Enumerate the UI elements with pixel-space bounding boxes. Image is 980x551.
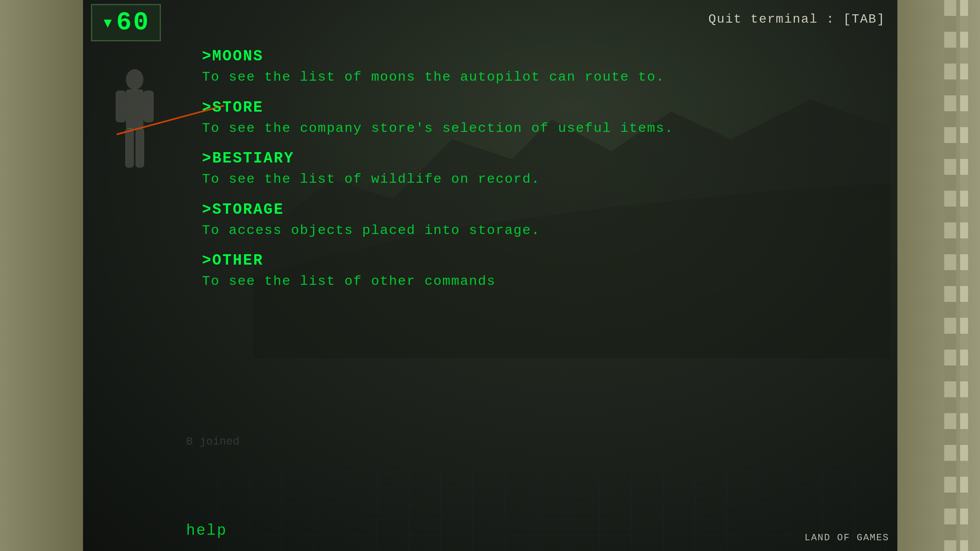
command-bestiary[interactable]: >BESTIARY: [202, 150, 874, 167]
menu-section-store[interactable]: >STORE To see the company store's select…: [202, 99, 874, 138]
monitor-screen: ▾ 60 Quit terminal : [TAB] >MOONS To see…: [83, 0, 897, 551]
input-prompt[interactable]: help: [186, 522, 227, 539]
description-storage: To access objects placed into storage.: [202, 221, 874, 240]
svg-point-3: [126, 69, 143, 90]
command-storage[interactable]: >STORAGE: [202, 201, 874, 218]
right-stripe-1: [944, 0, 956, 551]
right-stripe-2: [960, 0, 968, 551]
description-store: To see the company store's selection of …: [202, 119, 874, 138]
svg-rect-6: [143, 91, 154, 122]
description-other: To see the list of other commands: [202, 272, 874, 291]
command-moons[interactable]: >MOONS: [202, 48, 874, 65]
input-line[interactable]: help: [186, 518, 889, 543]
outer-frame: ▾ 60 Quit terminal : [TAB] >MOONS To see…: [0, 0, 980, 551]
menu-section-moons[interactable]: >MOONS To see the list of moons the auto…: [202, 48, 874, 87]
character-silhouette: [107, 68, 162, 195]
description-bestiary: To see the list of wildlife on record.: [202, 170, 874, 189]
watermark: LAND OF GAMES: [804, 532, 889, 543]
credits-icon: ▾: [102, 10, 114, 35]
menu-section-storage[interactable]: >STORAGE To access objects placed into s…: [202, 201, 874, 240]
right-wall-panel: [897, 0, 980, 551]
input-area[interactable]: help: [186, 518, 889, 543]
character-area: [83, 32, 186, 230]
quit-instruction: Quit terminal : [TAB]: [708, 12, 885, 27]
command-other[interactable]: >OTHER: [202, 252, 874, 269]
svg-rect-4: [126, 89, 143, 129]
left-wall-panel: [0, 0, 83, 551]
command-store[interactable]: >STORE: [202, 99, 874, 116]
description-moons: To see the list of moons the autopilot c…: [202, 68, 874, 87]
menu-section-bestiary[interactable]: >BESTIARY To see the list of wildlife on…: [202, 150, 874, 189]
terminal-content: >MOONS To see the list of moons the auto…: [186, 40, 889, 543]
credits-value: 60: [116, 8, 150, 37]
credits-display: ▾ 60: [91, 4, 161, 41]
svg-rect-7: [125, 128, 134, 168]
svg-rect-5: [116, 91, 126, 122]
svg-rect-8: [135, 128, 144, 168]
menu-section-other[interactable]: >OTHER To see the list of other commands: [202, 252, 874, 291]
